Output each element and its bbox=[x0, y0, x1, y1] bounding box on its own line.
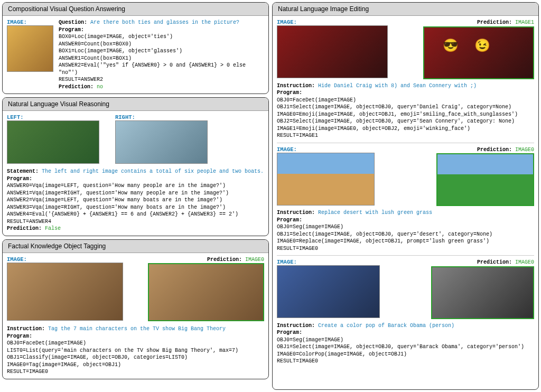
nlvr-program-label: Program: bbox=[7, 175, 264, 183]
vqa-question-label: Question: bbox=[59, 20, 87, 25]
nlvr-pred-label: Prediction: bbox=[7, 226, 42, 231]
tagging-image-label: IMAGE: bbox=[7, 256, 123, 263]
separator bbox=[277, 143, 534, 143]
edit3-top-row: IMAGE: Prediction: IMAGE0 bbox=[277, 259, 534, 320]
nlvr-left-block: LEFT: bbox=[7, 114, 99, 165]
edit1-pred-block: Prediction: IMAGE1 😎 😉 bbox=[423, 19, 534, 80]
panel-editing: Natural Language Image Editing IMAGE: Pr… bbox=[272, 2, 539, 390]
edit3-instruction-line: Instruction: Create a color pop of Barac… bbox=[277, 322, 534, 330]
vqa-program-lines: BOX0=Loc(image=IMAGE, object='ties') ANS… bbox=[59, 33, 264, 83]
nlvr-statement-text: The left and right image contains a tota… bbox=[42, 169, 264, 174]
edit3-instruction-label: Instruction: bbox=[277, 323, 315, 329]
edit3-image-input bbox=[277, 265, 380, 318]
edit1-pred-line: Prediction: IMAGE1 bbox=[423, 19, 534, 26]
edit2-pred-label: Prediction: bbox=[477, 147, 512, 153]
edit3-program-label: Program: bbox=[277, 329, 534, 337]
panel-nlvr: Natural Language Visual Reasoning LEFT: … bbox=[2, 97, 269, 236]
panel-vqa: Compositional Visual Question Answering … bbox=[2, 2, 269, 94]
panel-editing-body: IMAGE: Prediction: IMAGE1 😎 😉 Instructi bbox=[273, 16, 538, 368]
panel-vqa-body: IMAGE: Question: Are there both ties and… bbox=[3, 16, 268, 94]
edit2-program-lines: OBJ0=Seg(image=IMAGE) OBJ1=Select(image=… bbox=[277, 223, 534, 252]
edit3-image-block: IMAGE: bbox=[277, 259, 380, 319]
edit3-program-lines: OBJ0=Seg(image=IMAGE) OBJ1=Select(image=… bbox=[277, 337, 534, 365]
panel-editing-header: Natural Language Image Editing bbox=[273, 3, 538, 16]
tagging-pred-value: IMAGE0 bbox=[245, 257, 264, 263]
edit2-instruction-label: Instruction: bbox=[277, 210, 315, 216]
edit3-pred-line: Prediction: IMAGE0 bbox=[431, 259, 534, 266]
vqa-question-line: Question: Are there both ties and glasse… bbox=[59, 19, 264, 26]
nlvr-left-image bbox=[7, 120, 99, 164]
tagging-image-output bbox=[148, 263, 264, 321]
wink-emoji-icon: 😉 bbox=[474, 38, 490, 53]
edit2-program-label: Program: bbox=[277, 217, 534, 224]
edit2-image-block: IMAGE: bbox=[277, 146, 375, 207]
edit1-image-output: 😎 😉 bbox=[423, 26, 534, 79]
nlvr-statement-label: Statement: bbox=[7, 169, 39, 174]
separator bbox=[277, 255, 534, 256]
edit2-pred-value: IMAGE0 bbox=[515, 147, 534, 153]
edit2-instruction-text: Replace desert with lush green grass bbox=[318, 210, 432, 216]
tagging-image-input bbox=[7, 263, 123, 321]
nlvr-program-lines: ANSWER0=Vqa(image=LEFT, question='How ma… bbox=[7, 182, 264, 225]
panel-tagging-body: IMAGE: Prediction: IMAGE0 Instruction: T… bbox=[3, 253, 268, 379]
edit2-image-label: IMAGE: bbox=[277, 146, 375, 153]
nlvr-right-block: RIGHT: bbox=[115, 114, 208, 165]
edit1-program-label: Program: bbox=[277, 89, 534, 97]
panel-nlvr-body: LEFT: RIGHT: Statement: The left and rig… bbox=[3, 111, 268, 236]
edit2-pred-block: Prediction: IMAGE0 bbox=[436, 146, 534, 208]
edit1-pred-label: Prediction: bbox=[477, 20, 512, 25]
vqa-question-text: Are there both ties and glasses in the p… bbox=[90, 20, 239, 25]
left-column: Compositional Visual Question Answering … bbox=[2, 2, 269, 390]
edit2-top-row: IMAGE: Prediction: IMAGE0 bbox=[277, 146, 534, 208]
edit3-pred-value: IMAGE0 bbox=[515, 259, 534, 265]
panel-tagging: Factual Knowledge Object Tagging IMAGE: … bbox=[2, 239, 269, 379]
tagging-image-block: IMAGE: bbox=[7, 256, 123, 322]
edit2-image-output bbox=[436, 153, 534, 206]
sunglasses-emoji-icon: 😎 bbox=[443, 38, 459, 53]
tagging-pred-block: Prediction: IMAGE0 bbox=[148, 256, 264, 323]
nlvr-right-label: RIGHT: bbox=[115, 114, 208, 120]
nlvr-statement-line: Statement: The left and right image cont… bbox=[7, 168, 264, 175]
edit1-instruction-line: Instruction: Hide Daniel Craig with 8) a… bbox=[277, 82, 534, 90]
panel-vqa-header: Compositional Visual Question Answering bbox=[3, 3, 268, 16]
edit3-image-label: IMAGE: bbox=[277, 259, 380, 265]
tagging-instruction-line: Instruction: Tag the 7 main characters o… bbox=[7, 325, 264, 333]
vqa-image bbox=[7, 25, 53, 72]
nlvr-right-image bbox=[115, 120, 208, 164]
nlvr-prediction-line: Prediction: False bbox=[7, 225, 264, 232]
vqa-image-label: IMAGE: bbox=[7, 19, 53, 25]
edit1-instruction-text: Hide Daniel Craig with 8) and Sean Conne… bbox=[318, 83, 477, 89]
edit1-program-lines: OBJ0=FaceDet(image=IMAGE) OBJ1=Select(im… bbox=[277, 97, 534, 139]
right-column: Natural Language Image Editing IMAGE: Pr… bbox=[272, 2, 539, 390]
edit1-pred-value: IMAGE1 bbox=[515, 20, 534, 25]
vqa-pred-label: Prediction: bbox=[59, 84, 94, 90]
edit1-image-input bbox=[277, 25, 388, 78]
panel-nlvr-header: Natural Language Visual Reasoning bbox=[3, 98, 268, 111]
nlvr-pred-value: False bbox=[45, 226, 61, 231]
edit3-pred-block: Prediction: IMAGE0 bbox=[431, 259, 534, 320]
edit3-instruction-text: Create a color pop of Barack Obama (pers… bbox=[318, 323, 454, 329]
vqa-prediction-line: Prediction: no bbox=[59, 83, 264, 91]
panel-tagging-header: Factual Knowledge Object Tagging bbox=[3, 240, 268, 253]
edit1-top-row: IMAGE: Prediction: IMAGE1 😎 😉 bbox=[277, 19, 534, 80]
tagging-instruction-text: Tag the 7 main characters on the TV show… bbox=[48, 326, 226, 332]
tagging-pred-label: Prediction: bbox=[207, 257, 242, 263]
tagging-top-row: IMAGE: Prediction: IMAGE0 bbox=[7, 256, 264, 323]
edit1-image-block: IMAGE: bbox=[277, 19, 388, 79]
vqa-text-block: Question: Are there both ties and glasse… bbox=[59, 19, 264, 90]
tagging-program-lines: OBJ0=FaceDet(image=IMAGE) LIST0=List(que… bbox=[7, 340, 264, 376]
edit1-image-label: IMAGE: bbox=[277, 19, 388, 25]
tagging-program-label: Program: bbox=[7, 333, 264, 340]
vqa-image-block: IMAGE: bbox=[7, 19, 53, 73]
edit2-image-input bbox=[277, 153, 375, 206]
nlvr-left-label: LEFT: bbox=[7, 114, 99, 120]
tagging-pred-line: Prediction: IMAGE0 bbox=[148, 256, 264, 264]
nlvr-images-row: LEFT: RIGHT: bbox=[7, 114, 264, 165]
vqa-program-label: Program: bbox=[59, 26, 264, 34]
vqa-pred-value: no bbox=[97, 84, 103, 90]
edit3-pred-label: Prediction: bbox=[477, 259, 512, 265]
tagging-instruction-label: Instruction: bbox=[7, 326, 45, 332]
edit3-image-output bbox=[431, 266, 534, 319]
edit1-instruction-label: Instruction: bbox=[277, 83, 315, 89]
edit2-pred-line: Prediction: IMAGE0 bbox=[436, 146, 534, 154]
